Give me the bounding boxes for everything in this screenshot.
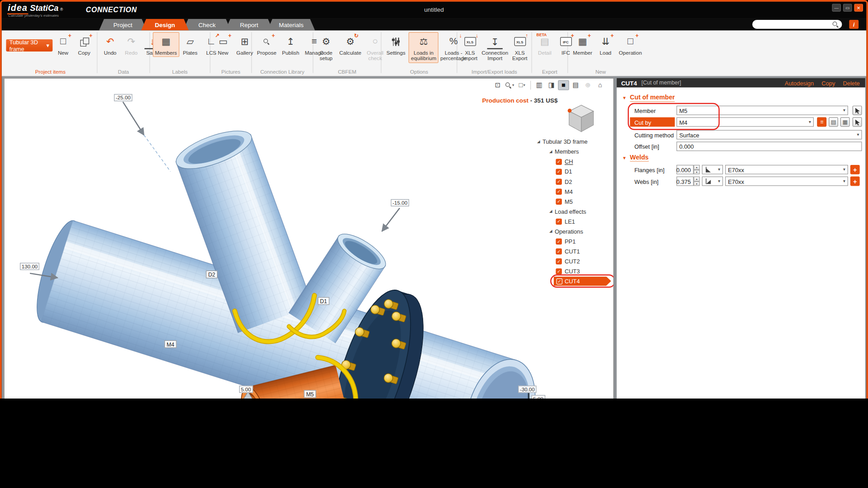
connection-import-button[interactable]: ↧ Connection Import [481, 32, 509, 63]
tree-item-le1[interactable]: ✓LE1 [530, 216, 614, 226]
autodesign-button[interactable]: Autodesign [785, 80, 814, 86]
section-cut-of-member[interactable]: ▼ Cut of member [622, 94, 675, 102]
tree-header-operations[interactable]: ◢Operations [530, 226, 614, 236]
cutting-method-select[interactable]: Surface▾ [676, 130, 862, 140]
new-member-button[interactable]: ▦+ Member [571, 32, 594, 57]
checkbox-icon[interactable]: ✓ [556, 198, 561, 204]
xls-export-button[interactable]: XLS↑ XLS Export [510, 32, 530, 63]
tab-design[interactable]: Design [141, 19, 189, 31]
checkbox-icon[interactable]: ✓ [556, 159, 561, 164]
flanges-add-button[interactable]: + [850, 165, 860, 174]
view-cube[interactable] [565, 103, 598, 137]
new-project-item-button[interactable]: □+ New [53, 32, 73, 57]
checkbox-icon[interactable]: ✓ [556, 178, 561, 184]
collapse-triangle-icon[interactable]: ▼ [622, 155, 627, 160]
publish-button[interactable]: ↥ Publish [280, 32, 302, 57]
checkbox-icon[interactable]: ✓ [556, 188, 561, 194]
flanges-weld-type-select[interactable]: ▾ [702, 165, 723, 174]
webs-size-input[interactable]: 0.375 [676, 177, 693, 186]
webs-electrode-select[interactable]: E70xx▾ [725, 177, 848, 186]
solid-view-button[interactable]: ■ [558, 80, 569, 90]
tree-item-m4[interactable]: ✓M4 [530, 187, 614, 197]
collapse-triangle-icon[interactable]: ▼ [622, 95, 627, 100]
minimize-button[interactable]: — [832, 4, 841, 12]
member-label-d2[interactable]: D2 [206, 271, 217, 278]
checkbox-icon[interactable]: ✓ [556, 169, 561, 174]
flanges-electrode-select[interactable]: E70xx▾ [725, 165, 848, 174]
checkbox-icon[interactable]: ✓ [557, 278, 562, 284]
checkbox-icon[interactable]: ✓ [556, 258, 561, 264]
maximize-button[interactable]: ▭ [843, 4, 852, 12]
members-labels-button[interactable]: ▦ Members [153, 32, 179, 57]
tree-item-d1[interactable]: ✓D1 [530, 167, 614, 177]
cut-option-grid-button[interactable]: ▦ [840, 117, 850, 127]
loads-in-equilibrium-button[interactable]: ⚖ Loads in equilibrium [409, 32, 439, 63]
new-picture-button[interactable]: ▭+ New [213, 32, 233, 57]
checkbox-icon[interactable]: ✓ [556, 268, 561, 274]
undo-button[interactable]: ↶ Undo [100, 32, 120, 57]
xls-import-button[interactable]: XLS↓ XLS Import [460, 32, 480, 63]
fit-view-button[interactable]: ⊡ [492, 80, 503, 90]
plates-labels-button[interactable]: ▱ Plates [180, 32, 200, 57]
cut-option-lines-button[interactable]: ≡ [817, 117, 826, 127]
search-input[interactable] [752, 21, 833, 28]
tree-header-load-effects[interactable]: ◢Load effects [530, 206, 614, 216]
tree-item-ch[interactable]: ✓CH [530, 157, 614, 167]
tab-report[interactable]: Report [225, 19, 273, 31]
cutby-pick-button[interactable] [853, 117, 862, 127]
tree-item-cut4-selected[interactable]: ✓CUT4 [553, 277, 611, 286]
close-button[interactable]: × [854, 4, 863, 12]
webs-add-button[interactable]: + [850, 177, 860, 186]
tab-project[interactable]: Project [99, 19, 146, 31]
copy-project-item-button[interactable]: + Copy [74, 32, 94, 57]
cutby-field-label: Cut by [630, 117, 675, 127]
member-label-d1[interactable]: D1 [318, 297, 329, 305]
code-setup-button[interactable]: ⚙ Code setup [316, 32, 336, 63]
project-item-dropdown[interactable]: Tubular 3D frame▾ [6, 39, 52, 52]
tree-item-cut1[interactable]: ✓CUT1 [530, 246, 614, 256]
webs-spinner[interactable]: ▴▾ [693, 177, 699, 186]
copy-operation-button[interactable]: Copy [821, 80, 835, 86]
viewport-3d[interactable]: ⊡ ▾ □▾ ▥ ◨ ■ ▤ ⊕ ⌂ Production cost - 351… [4, 78, 614, 399]
tree-item-cut2[interactable]: ✓CUT2 [530, 256, 614, 266]
new-operation-button[interactable]: □+ Operation [617, 32, 644, 57]
flanges-size-input[interactable]: 0.000 [676, 165, 693, 174]
cut-option-rows-button[interactable]: ▤ [829, 117, 838, 127]
flanges-spinner[interactable]: ▴▾ [693, 165, 699, 174]
ribbon-group-pictures: ▭+ New ⊞ Gallery Pictures [210, 30, 251, 75]
checkbox-icon[interactable]: ✓ [556, 238, 561, 244]
tree-item-pp1[interactable]: ✓PP1 [530, 236, 614, 246]
wireframe-view-button[interactable]: ▤ [570, 80, 581, 90]
delete-operation-button[interactable]: Delete [843, 80, 859, 86]
tree-item-cut3[interactable]: ✓CUT3 [530, 266, 614, 276]
tree-item-m5[interactable]: ✓M5 [530, 197, 614, 206]
propose-button[interactable]: + Propose [255, 32, 278, 57]
home-view-button[interactable]: ⌂ [594, 80, 605, 90]
clipping-plane-dropdown[interactable]: □▾ [516, 80, 527, 90]
model-canvas[interactable] [5, 79, 614, 399]
member-label-m4[interactable]: M4 [165, 340, 177, 348]
settings-button[interactable]: Settings [384, 32, 408, 57]
tab-check[interactable]: Check [183, 19, 231, 31]
zoom-dropdown[interactable]: ▾ [505, 80, 515, 90]
transparent-view-button[interactable]: ◨ [546, 80, 557, 90]
tree-root[interactable]: ◢Tubular 3D frame [530, 136, 614, 146]
tab-materials[interactable]: Materials [267, 19, 315, 31]
info-button[interactable]: i [849, 20, 859, 29]
checkbox-icon[interactable]: ✓ [556, 248, 561, 254]
new-load-button[interactable]: ⇊+ Load [595, 32, 615, 57]
webs-weld-type-select[interactable]: ▾ [702, 177, 723, 186]
search-box[interactable] [752, 20, 842, 29]
dim-label: 5.00 [532, 395, 545, 399]
checkbox-icon[interactable]: ✓ [556, 218, 561, 224]
calculate-button[interactable]: ⚙↻ Calculate [337, 32, 363, 57]
tree-header-members[interactable]: ◢Members [530, 146, 614, 156]
member-select[interactable]: M5▾ [676, 106, 848, 115]
cutby-select[interactable]: M4▾ [676, 117, 814, 127]
member-label-m5[interactable]: M5 [304, 390, 316, 398]
member-pick-button[interactable] [853, 106, 862, 115]
tree-item-d2[interactable]: ✓D2 [530, 177, 614, 187]
copy-view-button[interactable]: ▥ [533, 80, 544, 90]
offset-input[interactable]: 0.000 [676, 141, 862, 151]
section-welds[interactable]: ▼ Welds [622, 154, 648, 161]
